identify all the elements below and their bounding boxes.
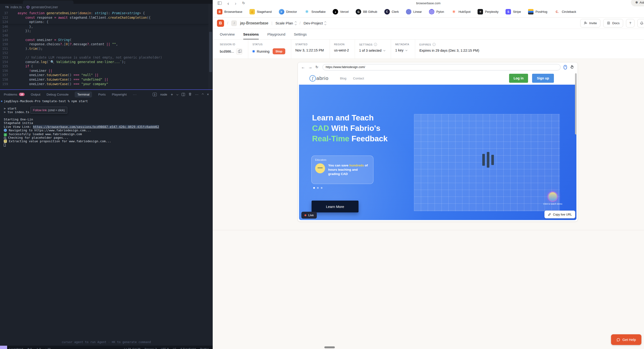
login-button[interactable]: Log in bbox=[509, 74, 528, 83]
chevron-down-icon[interactable] bbox=[384, 49, 385, 51]
bookmark-stagehand[interactable]: Stagehand bbox=[250, 9, 272, 14]
bookmark-label: Snowflake bbox=[311, 10, 326, 14]
avatar: J bbox=[231, 20, 237, 26]
cursor-position[interactable]: Ln 23, Col 23 bbox=[124, 348, 140, 349]
terminal-output[interactable]: jay@Jays-MacBook-Pro template-test % npm… bbox=[0, 99, 213, 338]
scrollbar-thumb[interactable] bbox=[209, 32, 212, 72]
detail-value[interactable]: 1 key bbox=[395, 48, 404, 52]
bookmark-perplexity[interactable]: Perplexity bbox=[478, 9, 498, 14]
tab-overview[interactable]: Overview bbox=[220, 32, 235, 39]
formatter[interactable]: Prettier bbox=[200, 348, 209, 349]
terminal-line: Navigating to https://www.fabriodesign.c… bbox=[4, 128, 213, 132]
trash-icon[interactable] bbox=[188, 92, 192, 96]
shell-label[interactable]: node bbox=[160, 93, 167, 96]
bookmark-label: Vercel bbox=[340, 10, 348, 14]
launchpad-item[interactable]: Launchpad bbox=[10, 348, 23, 349]
touch-mode-icon[interactable] bbox=[570, 65, 574, 70]
maximize-panel-icon[interactable] bbox=[202, 94, 204, 95]
tab-playground[interactable]: Playground bbox=[267, 32, 285, 39]
panel-tab-ports[interactable]: Ports bbox=[98, 93, 106, 96]
bookmark-bb-github[interactable]: BB Github bbox=[356, 9, 377, 14]
bookmark-snowflake[interactable]: Snowflake bbox=[304, 9, 326, 14]
learn-more-button[interactable]: Learn More bbox=[312, 200, 358, 212]
reload-icon[interactable]: ↻ bbox=[315, 65, 318, 69]
panel-tab-playwright[interactable]: Playwright bbox=[112, 93, 126, 96]
info-icon[interactable]: i bbox=[432, 43, 436, 46]
bookmark-hubspot[interactable]: HubSpot bbox=[451, 9, 471, 14]
new-terminal-icon[interactable]: + bbox=[171, 92, 173, 96]
nav-link-contact[interactable]: Contact bbox=[353, 76, 364, 80]
mouse-mode-icon[interactable] bbox=[564, 65, 567, 70]
editor-active-tab[interactable] bbox=[23, 0, 74, 4]
org-name[interactable]: jay-Browserbase bbox=[240, 21, 268, 25]
pylon-icon bbox=[429, 9, 434, 14]
bookmark-stripe[interactable]: Stripe bbox=[506, 9, 521, 14]
carousel-dot[interactable] bbox=[321, 187, 322, 189]
project-selector[interactable]: Dev-Project bbox=[304, 21, 326, 25]
panel-tab-problems[interactable]: Problems10 bbox=[4, 93, 25, 96]
notifications-button[interactable] bbox=[637, 19, 644, 28]
tab-settings[interactable]: Settings bbox=[294, 32, 306, 39]
bookmark-posthog[interactable]: PostHog bbox=[528, 9, 547, 14]
headline-line: Learn and Teach bbox=[312, 112, 388, 123]
address-bar[interactable]: browserbase.com bbox=[213, 2, 644, 5]
warnings-count[interactable]: 0 bbox=[36, 347, 41, 349]
bookmark-vercel[interactable]: Vercel bbox=[333, 9, 348, 14]
help-button[interactable]: ? bbox=[626, 19, 634, 28]
bookmark-circleback[interactable]: Circleback bbox=[554, 9, 576, 14]
chevron-down-icon[interactable] bbox=[176, 94, 178, 95]
signup-button[interactable]: Sign up bbox=[532, 74, 554, 83]
info-icon[interactable]: i bbox=[374, 43, 377, 46]
ports-count[interactable]: 10 bbox=[45, 348, 50, 349]
drag-handle[interactable] bbox=[324, 346, 335, 348]
close-panel-icon[interactable]: × bbox=[207, 93, 209, 96]
ask-ai-button[interactable]: ✻ Ask bbox=[631, 0, 644, 6]
chevron-down-icon[interactable] bbox=[405, 49, 407, 51]
tooltip-link-label[interactable]: Follow link bbox=[33, 108, 47, 112]
invite-button[interactable]: Invite bbox=[580, 19, 600, 28]
back-icon[interactable]: ← bbox=[301, 65, 305, 69]
forward-icon[interactable]: → bbox=[308, 65, 312, 69]
fabrio-logo[interactable]: f abrio bbox=[310, 75, 329, 82]
carousel-dot[interactable] bbox=[317, 187, 319, 189]
watch-demo[interactable]: Click to watch demo bbox=[542, 192, 564, 205]
panel-tab-debug-console[interactable]: Debug Console bbox=[46, 93, 68, 96]
get-help-button[interactable]: Get Help bbox=[611, 334, 642, 345]
indentation[interactable]: Spaces: 2 bbox=[145, 348, 157, 349]
bookmark-director[interactable]: Director bbox=[279, 9, 297, 14]
panel-more-icon[interactable]: ··· bbox=[195, 93, 198, 96]
more-icon[interactable]: ··· bbox=[133, 93, 137, 96]
docs-button[interactable]: Docs bbox=[603, 19, 623, 28]
bookmark-pylon[interactable]: Pylon bbox=[429, 9, 444, 14]
copy-live-url-button[interactable]: Copy live URL bbox=[544, 210, 575, 218]
tab-sessions[interactable]: Sessions bbox=[243, 32, 259, 39]
language-mode[interactable]: TypeScript bbox=[180, 348, 196, 349]
bookmark-browserbase[interactable]: Browserbase bbox=[217, 9, 242, 14]
detail-region: REGIONus-west-2 bbox=[330, 40, 355, 58]
browserbase-logo[interactable]: B bbox=[217, 20, 224, 27]
page-scrollbar[interactable] bbox=[575, 73, 577, 134]
carousel-dot[interactable] bbox=[313, 187, 315, 189]
breadcrumb-symbol[interactable]: generateOneLiner bbox=[31, 5, 58, 9]
live-url-field[interactable]: https://www.fabriodesign.com/ bbox=[322, 64, 561, 70]
bookmark-linear[interactable]: Linear bbox=[406, 9, 422, 14]
copy-session-id-button[interactable] bbox=[236, 48, 242, 54]
plan-selector[interactable]: Scale Plan bbox=[276, 21, 296, 25]
live-view-link[interactable]: https://browserbase.com/sessions/bcd9868… bbox=[33, 125, 159, 128]
eol[interactable]: LF bbox=[173, 348, 176, 349]
detail-value[interactable]: 1 of 3 selected bbox=[359, 48, 382, 52]
demo-play-icon[interactable] bbox=[548, 192, 557, 201]
split-terminal-icon[interactable] bbox=[182, 93, 185, 96]
errors-count[interactable]: 0 bbox=[27, 347, 32, 349]
encoding[interactable]: UTF-8 bbox=[161, 348, 169, 349]
bookmark-clerk[interactable]: Clerk bbox=[384, 9, 399, 14]
breadcrumb-file[interactable]: index.ts bbox=[10, 5, 22, 9]
code-editor[interactable]: 37 async function generateOneLiner(domai… bbox=[0, 11, 208, 86]
panel-tab-terminal[interactable]: Terminal bbox=[75, 92, 92, 98]
headline-line: CAD With Fabrio's bbox=[312, 123, 388, 134]
remote-indicator[interactable] bbox=[0, 346, 7, 349]
nav-link-blog[interactable]: Blog bbox=[340, 76, 346, 80]
stop-session-button[interactable]: Stop bbox=[273, 48, 285, 54]
carousel-dots[interactable] bbox=[313, 187, 322, 189]
panel-tab-output[interactable]: Output bbox=[31, 93, 40, 96]
